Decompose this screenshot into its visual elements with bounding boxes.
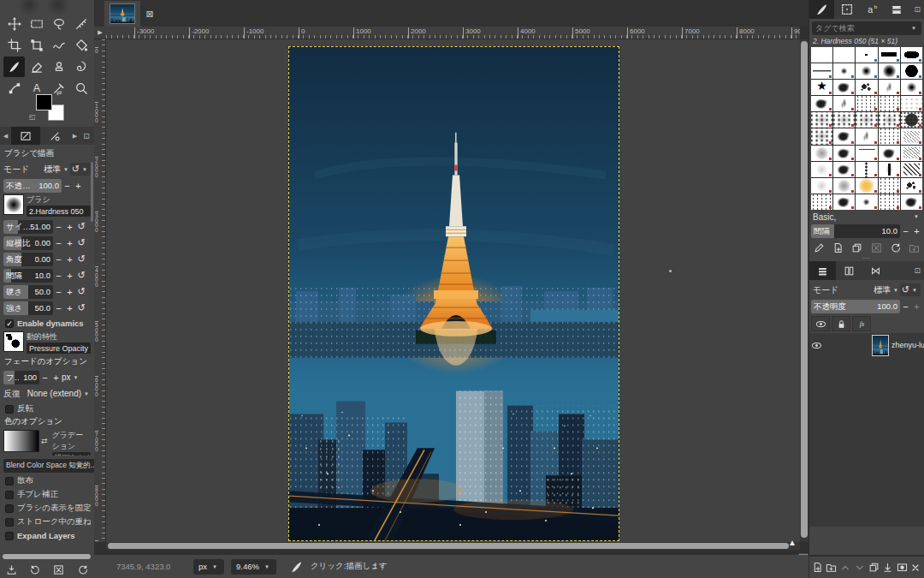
tool-options-scrollbar[interactable] — [91, 162, 93, 222]
layer-mode-reset-button[interactable]: ↺▼ — [900, 283, 921, 296]
brush-cell[interactable] — [811, 146, 832, 161]
delete-layer-button[interactable] — [909, 561, 922, 575]
brush-cell[interactable] — [901, 128, 922, 144]
checkbox-icon[interactable] — [5, 532, 14, 540]
brush-group-dropdown[interactable]: Basic, ▼ — [809, 210, 924, 223]
reset-button[interactable]: ↺ — [75, 253, 87, 266]
lower-layer-button[interactable] — [853, 561, 866, 575]
brush-cell[interactable] — [833, 47, 855, 63]
tab-paths[interactable] — [862, 261, 889, 280]
visibility-column-eye-icon[interactable] — [811, 316, 830, 331]
option-checkbox-0[interactable]: 散布 — [3, 474, 91, 487]
gradient-selector[interactable]: ⇄ グラデーション 描画色から — [3, 430, 91, 456]
canvas-image[interactable] — [289, 47, 619, 540]
fade-minus-button[interactable]: − — [39, 371, 50, 384]
default-colors-icon[interactable]: ◱ — [29, 113, 36, 121]
gradient-value[interactable]: 描画色から — [52, 452, 91, 456]
tool-zoom[interactable] — [70, 78, 92, 98]
tool-clone[interactable] — [48, 57, 69, 77]
reset-button[interactable]: ↺ — [75, 285, 87, 299]
brush-cell[interactable] — [811, 178, 832, 194]
checkbox-icon[interactable] — [5, 405, 14, 414]
tool-paths[interactable] — [3, 78, 25, 98]
reset-button[interactable]: ↺ — [75, 269, 87, 283]
brush-cell[interactable] — [901, 162, 922, 177]
checkbox-icon[interactable] — [5, 477, 14, 486]
brush-cell[interactable] — [856, 178, 877, 194]
duplicate-brush-button[interactable] — [849, 241, 865, 255]
layer-visibility-eye-icon[interactable] — [811, 340, 822, 351]
plus-button[interactable]: + — [64, 236, 75, 250]
tool-crop[interactable] — [3, 35, 25, 56]
close-tab-icon[interactable]: ⊠ — [140, 1, 159, 27]
repeat-value[interactable]: None (extend) — [27, 389, 81, 398]
plus-button[interactable]: + — [64, 269, 75, 283]
brush-cell[interactable] — [833, 178, 855, 194]
opacity-minus-button[interactable]: − — [62, 179, 73, 193]
brush-cell[interactable] — [856, 96, 877, 111]
fade-unit[interactable]: px — [62, 372, 71, 382]
dynamics-selector[interactable]: 動的特性 Pressure Opacity — [3, 331, 91, 354]
brush-cell[interactable] — [833, 194, 855, 210]
plus-button[interactable]: + — [64, 285, 75, 299]
reset-button[interactable]: ↺ — [75, 301, 87, 315]
tab-layers[interactable] — [809, 261, 836, 280]
raise-layer-button[interactable] — [839, 561, 852, 575]
brush-cell[interactable] — [879, 178, 900, 194]
brush-cell[interactable] — [833, 146, 855, 161]
mode-value[interactable]: 標準 — [44, 164, 61, 176]
tabs-scroll-right-icon[interactable]: ▶ — [69, 127, 80, 145]
brush-cell[interactable] — [856, 63, 877, 79]
brush-cell[interactable] — [901, 112, 922, 128]
chevron-down-icon[interactable]: ▼ — [74, 375, 79, 380]
new-layer-group-button[interactable] — [825, 561, 838, 575]
reverse-checkbox[interactable]: 反転 — [3, 402, 91, 415]
tab-tool-options[interactable] — [11, 127, 40, 145]
brush-thumbnail[interactable] — [3, 194, 24, 215]
brush-cell[interactable] — [856, 47, 877, 63]
layer-mode-value[interactable]: 標準 — [874, 284, 891, 296]
canvas-vscrollbar[interactable] — [800, 39, 808, 542]
mode-reset-button[interactable]: ↺▼ — [70, 163, 91, 176]
flip-gradient-icon[interactable]: ⇄ — [41, 437, 48, 456]
brush-cell[interactable] — [856, 162, 877, 177]
brush-cell[interactable] — [901, 146, 922, 161]
minus-button[interactable]: − — [53, 220, 64, 234]
blend-color-space-dropdown[interactable]: Blend Color Space 知覚的... ▼ — [3, 459, 94, 473]
brush-cell[interactable] — [901, 96, 922, 111]
brush-cell[interactable] — [833, 112, 855, 128]
new-brush-button[interactable] — [830, 241, 846, 255]
minus-button[interactable]: − — [53, 269, 64, 283]
gradient-preview[interactable] — [3, 430, 39, 452]
plus-button[interactable]: + — [64, 301, 75, 315]
tool-move[interactable] — [3, 14, 25, 34]
plus-button[interactable]: + — [64, 253, 75, 266]
restore-tool-preset-button[interactable] — [27, 562, 44, 577]
checkbox-checked-icon[interactable]: ✓ — [5, 319, 14, 328]
brush-name[interactable]: 2.Hardness 050 — [27, 206, 91, 217]
brush-cell[interactable] — [901, 63, 922, 79]
tool-unified-transform[interactable] — [26, 35, 47, 56]
checkbox-icon[interactable] — [5, 491, 14, 499]
tab-menu-icon[interactable]: ⊡ — [889, 261, 924, 280]
canvas-viewport[interactable] — [106, 39, 800, 542]
tool-eraser[interactable] — [26, 57, 47, 77]
brush-cell[interactable] — [833, 63, 855, 79]
brush-cell[interactable] — [811, 63, 832, 79]
tabs-scroll-left-icon[interactable]: ◀ — [0, 127, 11, 145]
reset-button[interactable]: ↺ — [75, 236, 87, 250]
brush-cell[interactable] — [901, 47, 922, 63]
tab-channels[interactable] — [836, 261, 862, 280]
canvas-hscrollbar[interactable] — [106, 542, 800, 550]
brush-cell[interactable] — [879, 128, 900, 144]
lock-column-lock-icon[interactable] — [832, 316, 850, 331]
swap-colors-icon[interactable]: ⇄ — [56, 89, 62, 97]
brush-cell[interactable] — [879, 80, 900, 95]
tab-gradients[interactable] — [884, 0, 909, 19]
layer-opacity-minus-button[interactable]: − — [900, 300, 911, 313]
brush-cell[interactable] — [901, 178, 922, 194]
tool-free-select[interactable] — [48, 14, 69, 34]
param-slider-2[interactable]: 角度0.00 — [3, 253, 53, 266]
foreground-color-swatch[interactable] — [36, 94, 52, 110]
brush-selector[interactable]: ブラシ 2.Hardness 050 — [3, 194, 91, 217]
